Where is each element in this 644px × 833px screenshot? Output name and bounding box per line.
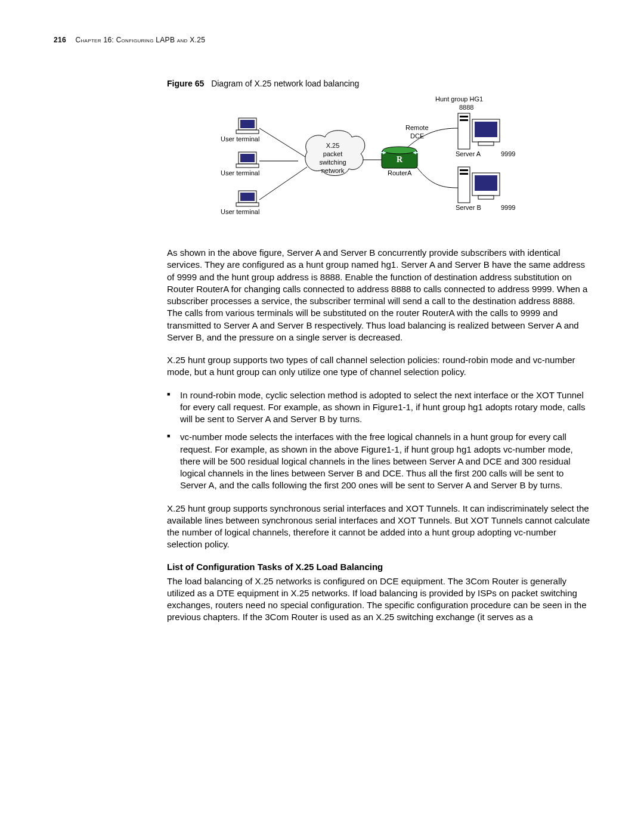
server-a-addr-label: 9999 bbox=[501, 150, 515, 157]
user-terminal-label: User terminal bbox=[221, 169, 259, 176]
list-item: vc-number mode selects the interfaces wi… bbox=[167, 431, 590, 491]
remote-dce-label: Remote bbox=[405, 124, 429, 131]
svg-rect-22 bbox=[458, 167, 470, 203]
svg-rect-24 bbox=[460, 173, 468, 175]
bullet-list: In round-robin mode, cyclic selection me… bbox=[167, 389, 590, 492]
list-item: In round-robin mode, cyclic selection me… bbox=[167, 389, 590, 426]
hunt-group-label: Hunt group HG1 bbox=[435, 95, 483, 103]
figure-caption-text: Diagram of X.25 network load balancing bbox=[211, 79, 359, 88]
user-terminal-icon bbox=[236, 191, 259, 206]
body-paragraph: As shown in the above figure, Server A a… bbox=[167, 247, 590, 343]
svg-rect-21 bbox=[478, 142, 494, 145]
cloud-label: packet bbox=[320, 150, 346, 157]
user-terminal-icon bbox=[236, 118, 259, 134]
body-paragraph: X.25 hunt group supports two types of ca… bbox=[167, 354, 590, 379]
router-icon: R bbox=[380, 147, 419, 168]
user-terminal-label: User terminal bbox=[221, 135, 259, 143]
svg-rect-20 bbox=[475, 122, 497, 137]
svg-rect-9 bbox=[236, 164, 259, 168]
server-b-addr-label: 9999 bbox=[501, 204, 515, 211]
svg-line-2 bbox=[259, 167, 307, 200]
svg-rect-23 bbox=[460, 169, 468, 171]
user-terminal-icon bbox=[236, 152, 259, 168]
chapter-title: Chapter 16: Configuring LAPB and X.25 bbox=[76, 36, 206, 44]
router-label: RouterA bbox=[388, 169, 411, 176]
remote-dce-label: DCE bbox=[410, 132, 424, 140]
svg-rect-5 bbox=[240, 120, 255, 128]
page-header: 216 Chapter 16: Configuring LAPB and X.2… bbox=[54, 36, 590, 44]
svg-rect-8 bbox=[240, 154, 255, 162]
figure-label: Figure 65 bbox=[167, 79, 204, 88]
svg-rect-11 bbox=[240, 193, 255, 201]
cloud-label: switching bbox=[316, 159, 349, 166]
svg-line-0 bbox=[259, 128, 307, 158]
user-terminal-label: User terminal bbox=[221, 208, 259, 215]
body-paragraph: The load balancing of X.25 networks is c… bbox=[167, 575, 590, 624]
network-diagram: R bbox=[203, 95, 537, 233]
section-heading: List of Configuration Tasks of X.25 Load… bbox=[167, 562, 590, 572]
figure-caption: Figure 65 Diagram of X.25 network load b… bbox=[167, 79, 590, 88]
svg-rect-17 bbox=[460, 116, 468, 117]
svg-rect-26 bbox=[475, 175, 497, 191]
server-b-icon bbox=[458, 167, 500, 203]
hunt-addr-label: 8888 bbox=[459, 104, 473, 111]
body-paragraph: X.25 hunt group supports synchronous ser… bbox=[167, 503, 590, 551]
cloud-label: X.25 bbox=[321, 142, 345, 149]
svg-rect-12 bbox=[236, 203, 259, 206]
svg-rect-6 bbox=[236, 130, 259, 134]
server-a-label: Server A bbox=[456, 150, 481, 157]
cloud-label: network bbox=[318, 167, 347, 174]
svg-rect-27 bbox=[478, 196, 494, 199]
svg-rect-18 bbox=[460, 119, 468, 121]
svg-rect-16 bbox=[458, 113, 470, 149]
server-a-icon bbox=[458, 113, 500, 149]
server-b-label: Server B bbox=[456, 204, 481, 211]
svg-point-14 bbox=[383, 147, 416, 154]
page-number: 216 bbox=[54, 36, 66, 44]
svg-text:R: R bbox=[397, 155, 403, 164]
